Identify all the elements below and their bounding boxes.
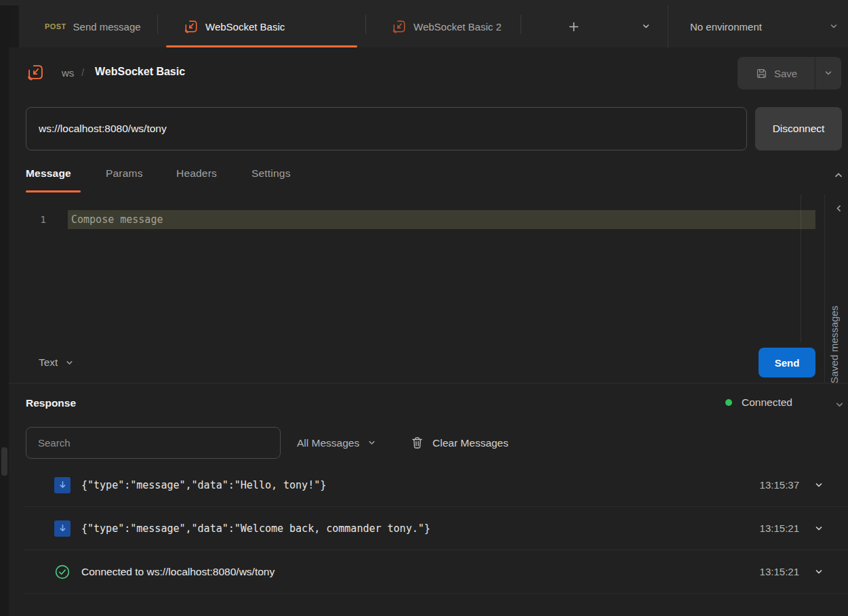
message-text: {"type":"message","data":"Welcome back, … — [81, 522, 430, 535]
connection-status-expand-button[interactable] — [834, 399, 845, 411]
left-scrollbar-thumb[interactable] — [1, 447, 7, 476]
connection-status[interactable]: Connected — [725, 396, 792, 409]
filter-label: All Messages — [297, 437, 359, 449]
message-filter-selector[interactable]: All Messages — [297, 427, 377, 459]
chevron-left-icon — [833, 203, 845, 214]
open-saved-messages-button[interactable] — [833, 203, 845, 214]
format-label: Text — [39, 356, 58, 369]
message-timestamp: 13:15:21 — [760, 566, 799, 577]
message-received-icon — [54, 477, 70, 493]
new-tab-button[interactable] — [561, 5, 586, 47]
tab-label: WebSocket Basic 2 — [413, 21, 502, 33]
environment-selector[interactable]: No environment — [668, 5, 848, 47]
tab-divider — [521, 15, 521, 34]
section-divider — [0, 383, 848, 384]
chevron-up-icon — [832, 169, 845, 181]
request-tab-websocket-basic-2[interactable]: WebSocket Basic 2 — [366, 5, 521, 47]
tab-bar: POST Send message WebSocket Basic WebSoc… — [0, 0, 848, 47]
websocket-icon — [26, 63, 45, 84]
save-split-button: Save — [738, 57, 841, 89]
active-tab-indicator — [166, 45, 357, 47]
save-options-button[interactable] — [815, 57, 841, 89]
chevron-down-icon — [367, 438, 377, 448]
plus-icon — [567, 20, 580, 33]
chevron-down-icon — [64, 358, 75, 368]
chevron-down-icon — [828, 21, 839, 32]
tab-params[interactable]: Params — [106, 167, 143, 180]
chevron-down-icon[interactable] — [813, 523, 824, 534]
environment-label: No environment — [690, 21, 762, 33]
saved-messages-rail[interactable]: Saved messages — [828, 275, 840, 384]
editor-line-number: 1 — [34, 210, 46, 229]
message-row[interactable]: {"type":"message","data":"Hello, tony!"}… — [24, 464, 848, 507]
message-format-selector[interactable]: Text — [39, 353, 75, 372]
tab-settings[interactable]: Settings — [251, 167, 291, 180]
active-request-tab-indicator — [26, 190, 81, 192]
save-label: Save — [774, 68, 797, 79]
chevron-down-icon — [641, 21, 651, 32]
editor-scrollbar[interactable] — [801, 194, 801, 342]
request-tab-websocket-basic[interactable]: WebSocket Basic — [158, 5, 365, 47]
editor-placeholder: Compose message — [68, 210, 815, 229]
message-timestamp: 13:15:37 — [760, 479, 799, 491]
connected-check-icon — [54, 564, 70, 580]
search-input[interactable] — [26, 427, 281, 459]
clear-messages-button[interactable]: Clear Messages — [411, 427, 508, 459]
left-scrollbar-track — [0, 5, 9, 616]
send-button[interactable]: Send — [759, 348, 815, 377]
method-badge-post: POST — [45, 22, 66, 30]
websocket-icon — [392, 19, 407, 34]
websocket-url-input[interactable] — [26, 107, 747, 150]
clear-messages-label: Clear Messages — [432, 437, 508, 449]
trash-icon — [411, 436, 424, 450]
message-timestamp: 13:15:21 — [760, 522, 799, 534]
collapse-section-button[interactable] — [832, 169, 845, 181]
websocket-icon — [184, 19, 199, 34]
message-received-icon — [54, 520, 70, 537]
tab-options-button[interactable] — [633, 5, 659, 47]
request-title[interactable]: WebSocket Basic — [95, 66, 185, 78]
chevron-down-icon[interactable] — [813, 567, 824, 577]
save-icon — [755, 67, 768, 80]
tab-headers[interactable]: Headers — [176, 167, 217, 180]
request-tab-send-message[interactable]: POST Send message — [19, 5, 157, 47]
tab-label: WebSocket Basic — [205, 21, 285, 33]
chevron-down-icon — [834, 399, 845, 411]
message-row[interactable]: Connected to ws://localhost:8080/ws/tony… — [24, 550, 848, 594]
tab-message[interactable]: Message — [26, 167, 71, 180]
breadcrumb-separator: / — [81, 66, 84, 78]
response-title: Response — [26, 397, 76, 409]
chevron-down-icon[interactable] — [813, 480, 824, 491]
message-text: {"type":"message","data":"Hello, tony!"} — [81, 479, 326, 491]
app-window: POST Send message WebSocket Basic WebSoc… — [0, 0, 848, 616]
connected-dot-icon — [725, 399, 732, 406]
chevron-down-icon — [823, 68, 834, 79]
breadcrumb-collection: ws — [62, 67, 74, 79]
message-text: Connected to ws://localhost:8080/ws/tony — [81, 566, 275, 578]
connection-status-label: Connected — [742, 396, 792, 409]
message-row[interactable]: {"type":"message","data":"Welcome back, … — [24, 507, 848, 550]
save-button[interactable]: Save — [738, 57, 815, 89]
message-editor[interactable]: Compose message — [68, 210, 815, 229]
tab-label: Send message — [73, 21, 141, 33]
saved-messages-panel-border — [824, 194, 825, 383]
disconnect-button[interactable]: Disconnect — [755, 107, 842, 150]
